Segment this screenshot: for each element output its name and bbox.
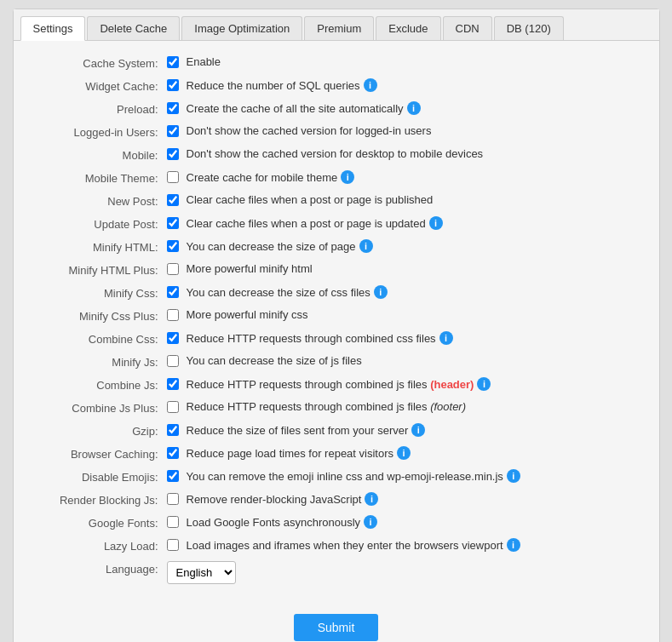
info-icon-10[interactable]: i — [374, 285, 388, 299]
checkbox-3[interactable] — [167, 125, 179, 137]
checkbox-1[interactable] — [167, 79, 179, 91]
row-label-17: Browser Caching: — [31, 446, 167, 461]
settings-row-9: Minify HTML Plus:More powerful minify ht… — [31, 258, 642, 281]
checkbox-9[interactable] — [167, 263, 179, 275]
row-text-1: Reduce the number of SQL queries — [187, 79, 360, 92]
info-icon-1[interactable]: i — [364, 78, 377, 92]
row-content-7: Clear cache files when a post or page is… — [167, 216, 642, 230]
row-content-16: Reduce the size of files sent from your … — [167, 423, 642, 437]
info-icon-20[interactable]: i — [364, 515, 377, 529]
checkbox-19[interactable] — [167, 493, 179, 505]
submit-row: Submit — [14, 614, 659, 641]
info-icon-19[interactable]: i — [365, 492, 378, 506]
checkbox-16[interactable] — [167, 424, 179, 436]
row-text-21: Load images and iframes when they enter … — [187, 539, 503, 552]
checkbox-4[interactable] — [167, 148, 179, 160]
row-label-7: Update Post: — [31, 216, 167, 231]
tab-delete-cache[interactable]: Delete Cache — [87, 16, 180, 40]
info-icon-18[interactable]: i — [507, 469, 520, 483]
row-text-16: Reduce the size of files sent from your … — [187, 424, 409, 437]
checkbox-13[interactable] — [167, 355, 179, 367]
row-text-15: Reduce HTTP requests through combined js… — [187, 400, 467, 413]
tab-cdn[interactable]: CDN — [443, 16, 492, 40]
info-icon-8[interactable]: i — [359, 239, 373, 253]
info-icon-16[interactable]: i — [411, 423, 425, 437]
row-text-9: More powerful minify html — [187, 262, 313, 275]
row-text-8: You can decrease the size of page — [187, 240, 356, 253]
row-label-16: Gzip: — [31, 423, 167, 438]
settings-row-14: Combine Js:Reduce HTTP requests through … — [31, 373, 642, 396]
row-text-5: Create cache for mobile theme — [187, 171, 338, 184]
submit-button[interactable]: Submit — [294, 614, 379, 641]
row-content-2: Create the cache of all the site automat… — [167, 101, 642, 115]
tab-settings[interactable]: Settings — [20, 16, 86, 41]
row-label-19: Render Blocking Js: — [31, 492, 167, 507]
row-text-12: Reduce HTTP requests through combined cs… — [187, 332, 436, 345]
settings-row-16: Gzip:Reduce the size of files sent from … — [31, 419, 642, 442]
checkbox-2[interactable] — [167, 102, 179, 114]
row-text-20: Load Google Fonts asynchronously — [187, 516, 361, 529]
info-icon-5[interactable]: i — [341, 170, 354, 184]
row-content-5: Create cache for mobile themei — [167, 170, 642, 184]
info-icon-7[interactable]: i — [429, 216, 443, 230]
checkbox-12[interactable] — [167, 332, 179, 344]
settings-row-18: Disable Emojis:You can remove the emoji … — [31, 465, 642, 488]
settings-table: Cache System:EnableWidget Cache:Reduce t… — [14, 41, 659, 599]
row-label-4: Mobile: — [31, 147, 167, 162]
row-text-13: You can decrease the size of js files — [187, 354, 362, 367]
row-content-21: Load images and iframes when they enter … — [167, 538, 642, 552]
row-text-10: You can decrease the size of css files — [187, 286, 370, 299]
row-text-7: Clear cache files when a post or page is… — [187, 217, 426, 230]
row-content-9: More powerful minify html — [167, 262, 642, 275]
settings-row-4: Mobile:Don't show the cached version for… — [31, 143, 642, 166]
checkbox-17[interactable] — [167, 447, 179, 459]
checkbox-7[interactable] — [167, 217, 179, 229]
row-content-4: Don't show the cached version for deskto… — [167, 147, 642, 160]
settings-row-3: Logged-in Users:Don't show the cached ve… — [31, 120, 642, 143]
checkbox-14[interactable] — [167, 378, 179, 390]
checkbox-11[interactable] — [167, 309, 179, 321]
row-text-3: Don't show the cached version for logged… — [187, 124, 432, 137]
checkbox-8[interactable] — [167, 240, 179, 252]
row-content-18: You can remove the emoji inline css and … — [167, 469, 642, 483]
tab-image-optimization[interactable]: Image Optimization — [181, 16, 302, 40]
row-text-2: Create the cache of all the site automat… — [187, 102, 404, 115]
settings-row-21: Lazy Load:Load images and iframes when t… — [31, 534, 642, 557]
row-content-6: Clear cache files when a post or page is… — [167, 193, 642, 206]
settings-row-0: Cache System:Enable — [31, 51, 642, 74]
settings-row-7: Update Post:Clear cache files when a pos… — [31, 212, 642, 235]
row-content-12: Reduce HTTP requests through combined cs… — [167, 331, 642, 345]
row-label-6: New Post: — [31, 193, 167, 208]
info-icon-12[interactable]: i — [439, 331, 453, 345]
checkbox-5[interactable] — [167, 171, 179, 183]
checkbox-15[interactable] — [167, 401, 179, 413]
language-content: EnglishFrenchSpanishGermanItalian — [167, 561, 642, 584]
row-label-11: Minify Css Plus: — [31, 308, 167, 323]
checkbox-6[interactable] — [167, 194, 179, 206]
row-label-1: Widget Cache: — [31, 78, 167, 93]
tab-db-(120)[interactable]: DB (120) — [494, 16, 564, 40]
checkbox-10[interactable] — [167, 286, 179, 298]
row-text-17: Reduce page load times for repeat visito… — [187, 447, 394, 460]
info-icon-2[interactable]: i — [407, 101, 421, 115]
checkbox-21[interactable] — [167, 539, 179, 551]
row-content-8: You can decrease the size of pagei — [167, 239, 642, 253]
row-content-10: You can decrease the size of css filesi — [167, 285, 642, 299]
info-icon-17[interactable]: i — [397, 446, 411, 460]
row-label-20: Google Fonts: — [31, 515, 167, 530]
settings-row-15: Combine Js Plus:Reduce HTTP requests thr… — [31, 396, 642, 419]
row-label-0: Cache System: — [31, 55, 167, 70]
checkbox-18[interactable] — [167, 470, 179, 482]
row-text-18: You can remove the emoji inline css and … — [187, 470, 503, 483]
tabs-bar: SettingsDelete CacheImage OptimizationPr… — [14, 9, 659, 41]
row-text-4: Don't show the cached version for deskto… — [187, 147, 484, 160]
settings-row-2: Preload:Create the cache of all the site… — [31, 97, 642, 120]
checkbox-0[interactable] — [167, 56, 179, 68]
tab-premium[interactable]: Premium — [304, 16, 374, 40]
info-icon-14[interactable]: i — [477, 377, 491, 391]
language-select[interactable]: EnglishFrenchSpanishGermanItalian — [167, 561, 236, 584]
tab-exclude[interactable]: Exclude — [376, 16, 440, 40]
settings-row-6: New Post:Clear cache files when a post o… — [31, 189, 642, 212]
info-icon-21[interactable]: i — [507, 538, 520, 552]
checkbox-20[interactable] — [167, 516, 179, 528]
